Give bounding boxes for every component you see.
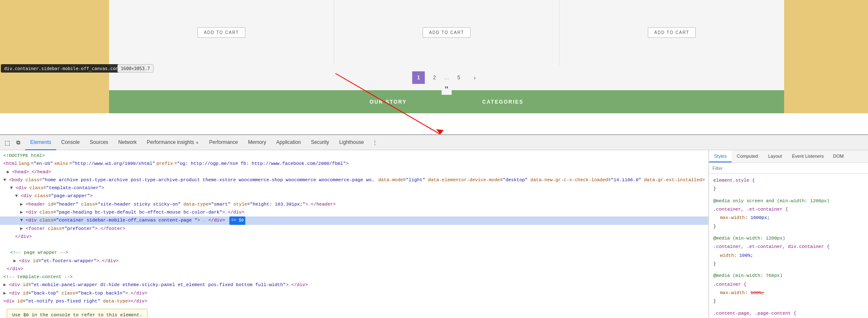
- tab-network[interactable]: Network: [113, 135, 142, 150]
- mobile-icon[interactable]: ⧉: [13, 138, 23, 147]
- page-dots: …: [444, 75, 449, 81]
- code-line: <html lang="en-US" xmlns="http://www.w3.…: [0, 160, 708, 168]
- add-to-cart-1[interactable]: ADD TO CART: [198, 27, 245, 38]
- code-line: <!-- page wrapper -->: [0, 249, 708, 257]
- tab-memory[interactable]: Memory: [243, 135, 271, 150]
- page-1[interactable]: 1: [412, 71, 425, 84]
- styles-body: element.style { } @media only screen and…: [709, 174, 868, 318]
- code-line: ▶ <div class="page-heading bc-type-defau…: [0, 209, 708, 216]
- tab-security[interactable]: Security: [306, 135, 334, 150]
- code-line: ▶ <div id="et-footers-wrapper">…</div>: [0, 257, 708, 265]
- tab-dom[interactable]: DOM: [829, 150, 848, 162]
- devtools-panel: ⬚ ⧉ Elements Console Sources Network Per…: [0, 134, 868, 318]
- css-block-media2: @media (min-width: 1200px) .container, .…: [713, 234, 864, 268]
- our-story-label: OUR STORY: [369, 99, 407, 105]
- styles-filter[interactable]: [709, 163, 868, 174]
- tab-console[interactable]: Console: [56, 135, 85, 150]
- console-toast: Use $0 in the console to refer to this e…: [7, 309, 148, 318]
- tab-elements[interactable]: Elements: [25, 135, 56, 150]
- inspect-icon[interactable]: ⬚: [3, 138, 12, 147]
- more-tabs[interactable]: ⋮: [369, 135, 381, 150]
- tab-computed[interactable]: Computed: [732, 150, 763, 162]
- css-block-content-page: .content-page, .page-content { padding-b…: [713, 309, 864, 318]
- tab-performance-insights[interactable]: Performance insights ▲: [142, 135, 204, 150]
- code-line: ▶ <head>…</head>: [0, 168, 708, 176]
- code-line: [0, 241, 708, 249]
- tab-styles[interactable]: Styles: [709, 150, 732, 162]
- page-2[interactable]: 2: [428, 71, 441, 84]
- code-line: </div>: [0, 233, 708, 241]
- code-line: ▼ <body class="home archive post-type-ar…: [0, 176, 708, 184]
- tab-layout[interactable]: Layout: [763, 150, 787, 162]
- categories-label: CATEGORIES: [482, 99, 523, 105]
- tab-performance[interactable]: Performance: [204, 135, 243, 150]
- selected-code-line[interactable]: ▼ <div class="container sidebar-mobile-o…: [0, 216, 708, 225]
- code-line: <div id="et-notify pos-fixed right" data…: [0, 297, 708, 305]
- code-line: </div>: [0, 265, 708, 273]
- code-line: ▼ <div class="template-container">: [0, 184, 708, 192]
- tab-event-listeners[interactable]: Event Listeners: [787, 150, 829, 162]
- css-block-media1: @media only screen and (min-width: 1200p…: [713, 197, 864, 231]
- code-line: ▼ <div class="page-wrapper">: [0, 192, 708, 200]
- tab-lighthouse[interactable]: Lighthouse: [334, 135, 369, 150]
- code-line: ▶ <header id="header" class="site-header…: [0, 201, 708, 209]
- add-to-cart-2[interactable]: ADD TO CART: [423, 27, 470, 38]
- add-to-cart-3[interactable]: ADD TO CART: [648, 27, 696, 38]
- styles-tabs: Styles Computed Layout Event Listeners D…: [709, 150, 868, 163]
- quote-icon: ": [442, 84, 452, 95]
- page-5[interactable]: 5: [452, 71, 465, 84]
- code-line: ▶ <div id="back-top" class="back-top bac…: [0, 289, 708, 297]
- css-block-element: element.style { }: [713, 176, 864, 193]
- code-line: <!-- template-content -->: [0, 273, 708, 281]
- code-panel: <!DOCTYPE html> <html lang="en-US" xmlns…: [0, 150, 709, 318]
- devtools-tabbar: ⬚ ⧉ Elements Console Sources Network Per…: [0, 135, 868, 150]
- code-line: ▶ <div id="et-mobile-panel-wrapper dt-hi…: [0, 281, 708, 289]
- size-tooltip: 1600×3053.7: [117, 64, 153, 73]
- page-next[interactable]: ›: [468, 71, 481, 84]
- code-line: ▶ <footer class="prefooter">…</footer>: [0, 225, 708, 233]
- code-line: <!DOCTYPE html>: [0, 152, 708, 160]
- svg-marker-1: [436, 129, 444, 134]
- tab-sources[interactable]: Sources: [85, 135, 113, 150]
- css-block-media3: @media (min-width: 768px) .container { m…: [713, 271, 864, 305]
- tab-application[interactable]: Application: [271, 135, 306, 150]
- filter-input[interactable]: [712, 166, 865, 171]
- styles-panel: Styles Computed Layout Event Listeners D…: [709, 150, 868, 318]
